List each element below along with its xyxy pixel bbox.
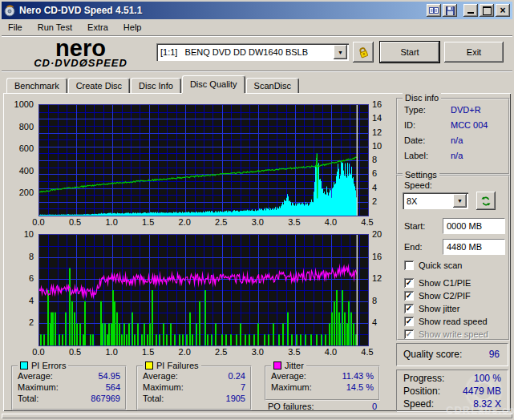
menu-run-test[interactable]: Run Test [31,19,79,35]
checkbox-label: Show jitter [419,304,459,313]
axis-tick-label: 1.0 [102,217,121,227]
axis-tick-label: 6 [372,168,391,178]
pi-failures-legend-icon [145,361,153,370]
drive-lock-icon [357,46,370,59]
speed-label: Speed: [404,180,432,190]
scan-start-input[interactable]: 0000 MB [443,218,505,234]
axis-tick-label: 200 [6,188,34,197]
axis-tick-label: 2 [372,196,391,206]
po-failures-value: 0 [372,402,377,411]
chart-canvas [38,104,369,216]
po-failures-label: PO failures: [268,402,314,411]
pi-errors-statbox-title: PI Errors [18,361,68,370]
maximize-icon [483,6,492,15]
scan-end-input[interactable]: 4480 MB [443,239,505,255]
book-icon[interactable] [427,4,441,17]
settings-group: Settings Speed: 8X ▼ Start: 0000 MB End:… [396,175,510,341]
checkbox-show-c2-pif[interactable]: ✓Show C2/PIF [404,290,471,301]
pi-errors-total: 867969 [91,394,120,403]
disc-type-label: Type: [404,105,426,115]
minimize-button[interactable] [463,4,478,17]
checkbox-label: Show C2/PIF [419,291,471,301]
maximize-button[interactable] [480,4,494,17]
speed-readout-value: 8.32 X [473,398,501,410]
checkbox-show-read-speed[interactable]: ✓Show read speed [404,316,488,327]
axis-tick-label: 3.0 [248,347,267,357]
tab-scandisc[interactable]: ScanDisc [246,78,299,93]
close-button[interactable]: × [496,4,510,17]
axis-tick-label: 4 [372,317,391,327]
axis-tick-label: 2.0 [175,217,194,227]
tab-disc-info[interactable]: Disc Info [131,78,181,93]
axis-tick-label: 1.0 [102,347,121,357]
pi-failures-average: 0.24 [229,371,245,381]
tab-benchmark[interactable]: Benchmark [6,78,67,93]
axis-tick-label: 0.5 [66,217,85,227]
start-button-label: Start [400,47,419,57]
chart-canvas [38,234,369,346]
checkbox-label: Show write speed [419,329,488,339]
pi-errors-chart: 10008006004002001614121086420.00.51.01.5… [6,104,393,229]
pi-failures-statbox: PI Failures Average:0.24 Maximum:7 Total… [136,365,252,410]
jitter-average: 11.43 % [342,371,374,381]
menu-extra[interactable]: Extra [81,19,115,35]
drive-selector[interactable]: [1:1] BENQ DVD DD DW1640 BSLB ▼ [156,43,349,61]
tabstrip: BenchmarkCreate DiscDisc InfoDisc Qualit… [6,78,300,94]
checkbox-quick-scan[interactable]: ✓Quick scan [404,260,462,271]
dropdown-arrow-icon[interactable]: ▼ [453,194,467,208]
axis-tick-label: 1.5 [139,217,158,227]
jitter-statbox-title: Jitter [271,361,306,370]
exit-button-label: Exit [467,47,481,57]
tab-create-disc[interactable]: Create Disc [68,78,130,93]
progress-label: Progress: [403,373,444,384]
pi-errors-average: 54.95 [98,371,120,381]
axis-tick-label: 10 [6,229,34,239]
axis-tick-label: 2.0 [175,347,194,357]
axis-tick-label: 3.0 [248,217,267,227]
disc-info-title: Disc info [403,93,441,103]
checkbox-show-jitter[interactable]: ✓Show jitter [404,303,459,314]
axis-tick-label: 3.5 [285,347,304,357]
dropdown-arrow-icon[interactable]: ▼ [334,45,347,59]
axis-tick-label: 4.5 [358,347,377,357]
position-label: Position: [403,386,440,397]
start-button[interactable]: Start [380,42,439,63]
menu-help[interactable]: Help [117,19,148,35]
scan-end-value: 4480 MB [447,242,482,252]
disc-id-label: ID: [404,120,415,130]
speed-select[interactable]: 8X ▼ [403,192,468,209]
axis-tick-label: 12 [372,127,391,137]
pi-failures-statbox-title: PI Failures [143,361,201,370]
disc-date-label: Date: [404,135,425,145]
scan-start-value: 0000 MB [447,221,482,231]
exit-button[interactable]: Exit [444,42,504,63]
axis-tick-label: 400 [6,166,34,176]
position-value: 4479 MB [463,386,501,397]
axis-tick-label: 0.5 [66,347,85,357]
axis-tick-label: 8 [372,155,391,164]
save-icon[interactable] [443,4,457,17]
refresh-button[interactable] [476,192,496,210]
quality-score-value: 96 [489,349,500,360]
disc-info-group: Disc info Type:DVD+R ID:MCC 004 Date:n/a… [396,98,510,175]
tab-disc-quality[interactable]: Disc Quality [182,75,245,93]
menu-file[interactable]: File [2,19,29,35]
jitter-legend-icon [273,361,281,370]
axis-tick-label: 10 [372,141,391,151]
refresh-icon [480,196,492,207]
axis-tick-label: 0.0 [29,217,48,227]
axis-tick-label: 4.0 [321,347,340,357]
window-title: Nero CD-DVD Speed 4.51.1 [19,5,425,16]
settings-title: Settings [403,170,439,180]
menubar: File Run Test Extra Help [2,19,512,36]
nero-logo-subtitle: CD·DVDØSPEED [14,59,147,68]
drive-lock-button[interactable] [353,42,374,63]
axis-tick-label: 8 [6,252,34,261]
pi-errors-maximum: 564 [106,382,120,392]
checkbox-show-c1-pie[interactable]: ✓Show C1/PIE [404,277,471,289]
nero-logo-title: nero [14,38,147,59]
axis-tick-label: 20 [372,229,391,239]
checkbox-label: Quick scan [419,260,462,270]
axis-tick-label: 6 [6,273,34,283]
toolbar: nero CD·DVDØSPEED [1:1] BENQ DVD DD DW16… [2,37,512,71]
